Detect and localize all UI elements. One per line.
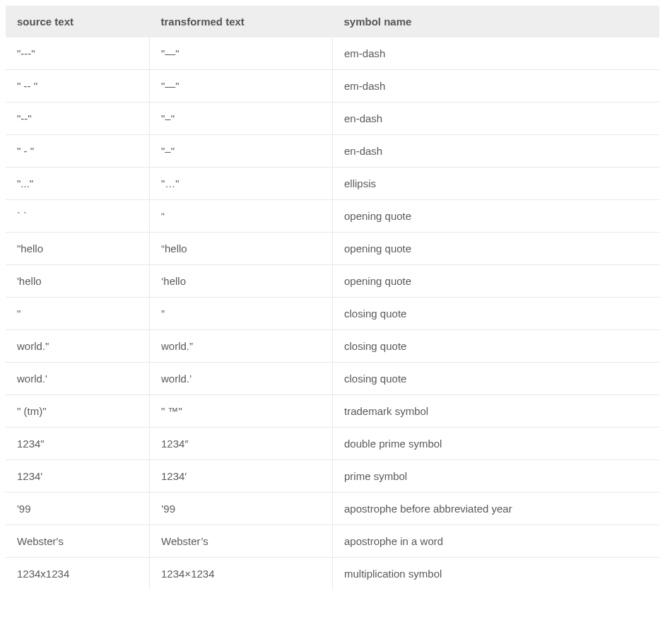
- cell-transformed: "—": [150, 70, 333, 103]
- cell-source: ": [6, 298, 150, 330]
- cell-transformed: 1234′: [150, 460, 333, 493]
- cell-transformed: "–": [150, 103, 333, 135]
- cell-source: ` `: [6, 200, 150, 233]
- cell-symbol: en-dash: [333, 103, 660, 135]
- table-row: "--""–"en-dash: [6, 103, 659, 135]
- cell-transformed: 1234″: [150, 428, 333, 460]
- cell-transformed: “hello: [150, 233, 333, 265]
- table-row: 1234'1234′prime symbol: [6, 460, 659, 493]
- cell-symbol: em-dash: [333, 37, 660, 70]
- cell-transformed: ‘hello: [150, 265, 333, 298]
- cell-transformed: 1234×1234: [150, 558, 333, 590]
- cell-source: " (tm)": [6, 395, 150, 428]
- table-row: world."world.”closing quote: [6, 330, 659, 363]
- cell-symbol: apostrophe before abbreviated year: [333, 493, 660, 525]
- cell-symbol: opening quote: [333, 233, 660, 265]
- cell-transformed: ”: [150, 298, 333, 330]
- table-row: 1234"1234″double prime symbol: [6, 428, 659, 460]
- cell-transformed: Webster’s: [150, 525, 333, 558]
- cell-source: "--": [6, 103, 150, 135]
- cell-symbol: opening quote: [333, 265, 660, 298]
- cell-source: '99: [6, 493, 150, 525]
- table-row: "---""—"em-dash: [6, 37, 659, 70]
- cell-symbol: closing quote: [333, 363, 660, 395]
- cell-transformed: "—": [150, 37, 333, 70]
- table-row: 'hello‘helloopening quote: [6, 265, 659, 298]
- cell-source: "---": [6, 37, 150, 70]
- cell-source: " - ": [6, 135, 150, 168]
- cell-source: 1234': [6, 460, 150, 493]
- table-header-row: source text transformed text symbol name: [6, 6, 659, 37]
- table-row: " (tm)"" ™"trademark symbol: [6, 395, 659, 428]
- cell-symbol: ellipsis: [333, 168, 660, 200]
- cell-transformed: world.’: [150, 363, 333, 395]
- cell-source: 'hello: [6, 265, 150, 298]
- header-source: source text: [6, 6, 150, 37]
- cell-symbol: opening quote: [333, 200, 660, 233]
- cell-transformed: " ™": [150, 395, 333, 428]
- table-row: "”closing quote: [6, 298, 659, 330]
- cell-symbol: closing quote: [333, 298, 660, 330]
- table-row: world.'world.’closing quote: [6, 363, 659, 395]
- cell-source: "hello: [6, 233, 150, 265]
- cell-symbol: double prime symbol: [333, 428, 660, 460]
- cell-symbol: closing quote: [333, 330, 660, 363]
- table-row: '99’99apostrophe before abbreviated year: [6, 493, 659, 525]
- table-row: " - ""–"en-dash: [6, 135, 659, 168]
- table-row: Webster'sWebster’sapostrophe in a word: [6, 525, 659, 558]
- cell-symbol: en-dash: [333, 135, 660, 168]
- cell-transformed: "…": [150, 168, 333, 200]
- table-row: "...""…"ellipsis: [6, 168, 659, 200]
- cell-symbol: apostrophe in a word: [333, 525, 660, 558]
- cell-symbol: multiplication symbol: [333, 558, 660, 590]
- table-row: "hello“helloopening quote: [6, 233, 659, 265]
- cell-source: Webster's: [6, 525, 150, 558]
- table-row: " -- ""—"em-dash: [6, 70, 659, 103]
- cell-transformed: “: [150, 200, 333, 233]
- cell-source: 1234": [6, 428, 150, 460]
- header-symbol: symbol name: [333, 6, 660, 37]
- table-row: 1234x12341234×1234multiplication symbol: [6, 558, 659, 590]
- cell-source: world.": [6, 330, 150, 363]
- cell-symbol: trademark symbol: [333, 395, 660, 428]
- cell-transformed: world.”: [150, 330, 333, 363]
- cell-symbol: prime symbol: [333, 460, 660, 493]
- cell-transformed: ’99: [150, 493, 333, 525]
- cell-transformed: "–": [150, 135, 333, 168]
- cell-source: "...": [6, 168, 150, 200]
- header-transformed: transformed text: [150, 6, 333, 37]
- cell-source: 1234x1234: [6, 558, 150, 590]
- table-body: "---""—"em-dash" -- ""—"em-dash"--""–"en…: [6, 37, 659, 590]
- transform-table: source text transformed text symbol name…: [6, 6, 659, 590]
- cell-source: " -- ": [6, 70, 150, 103]
- table-row: ` `“opening quote: [6, 200, 659, 233]
- cell-symbol: em-dash: [333, 70, 660, 103]
- cell-source: world.': [6, 363, 150, 395]
